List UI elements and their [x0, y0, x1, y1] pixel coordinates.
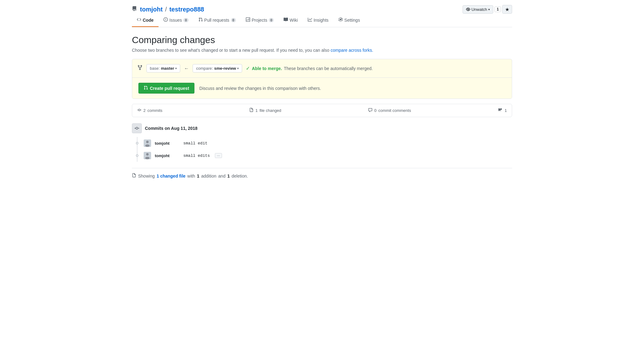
files-with: with	[187, 174, 195, 178]
page-desc-text: Choose two branches to see what's change…	[132, 48, 329, 53]
files-summary-icon	[132, 173, 136, 178]
tab-pr-label: Pull requests	[204, 18, 229, 23]
tab-settings[interactable]: Settings	[333, 14, 365, 27]
settings-icon	[338, 17, 343, 23]
deletion-label: deletion.	[232, 174, 248, 178]
compare-forks-link[interactable]: compare across forks.	[331, 48, 373, 53]
star-button[interactable]: ★	[502, 5, 512, 14]
repo-name[interactable]: testrepo888	[169, 6, 204, 13]
tab-settings-label: Settings	[344, 18, 360, 23]
commits-stat: 2 commits	[137, 108, 163, 113]
repo-title: tomjoht / testrepo888	[132, 6, 204, 13]
compare-branch-caret: ▾	[237, 67, 239, 70]
projects-badge: 0	[269, 18, 274, 22]
projects-icon	[246, 17, 250, 23]
commit-row: tomjoht small edit	[137, 137, 512, 149]
unwatch-label: Unwatch	[472, 7, 487, 12]
files-stat: 1 file changed	[249, 108, 281, 113]
commits-count: 2	[143, 108, 146, 113]
contributors-count: 1	[505, 108, 507, 113]
compare-branch-name: sme-review	[214, 66, 236, 71]
commit-author[interactable]: tomjoht	[155, 141, 180, 146]
tabs-nav: Code Issues 0 Pull requests 0 Projects 0	[132, 14, 512, 27]
commits-icon	[137, 108, 141, 113]
issues-icon	[163, 17, 168, 23]
compare-branches-icon	[137, 65, 143, 72]
merge-able-text: Able to merge.	[252, 66, 282, 71]
watch-count: 1	[494, 7, 501, 12]
create-pr-description: Discuss and review the changes in this c…	[199, 86, 321, 91]
repo-header: tomjoht / testrepo888 Unwatch ▾ 1 ★	[132, 0, 512, 14]
contributors-stat: 1	[498, 108, 507, 113]
issues-badge: 0	[183, 18, 188, 22]
pr-badge: 0	[231, 18, 236, 22]
comments-label: commit comments	[378, 108, 411, 113]
tab-code[interactable]: Code	[132, 14, 159, 27]
tab-issues[interactable]: Issues 0	[159, 14, 194, 27]
commit-message: small edits	[183, 153, 210, 158]
commit-expand-button[interactable]: ···	[215, 153, 222, 158]
comments-stat: 0 commit comments	[368, 108, 411, 113]
commit-message: small edit	[183, 141, 207, 146]
commit-avatar	[144, 152, 151, 159]
additions-count: 1	[197, 174, 199, 178]
unwatch-caret: ▾	[488, 8, 490, 11]
base-branch-caret: ▾	[175, 67, 177, 70]
commit-avatar	[144, 139, 151, 147]
merge-check-icon: ✓	[246, 65, 250, 71]
tab-wiki[interactable]: Wiki	[279, 14, 302, 27]
compare-label: compare:	[196, 66, 213, 71]
commit-dot	[136, 142, 138, 144]
svg-point-2	[145, 144, 150, 147]
compare-section: base: master ▾ ← compare: sme-review ▾ ✓…	[132, 59, 512, 99]
tab-issues-label: Issues	[169, 18, 182, 23]
commit-row: tomjoht small edits ···	[137, 149, 512, 162]
tab-insights-label: Insights	[314, 18, 329, 23]
commit-list: tomjoht small edit tomjoht small edits ·…	[137, 137, 512, 162]
files-icon	[249, 108, 254, 113]
insights-icon	[308, 17, 312, 23]
files-count: 1	[255, 108, 258, 113]
svg-point-1	[146, 141, 149, 143]
comments-icon	[368, 108, 372, 113]
contributors-icon	[498, 108, 503, 113]
files-prefix: Showing	[138, 174, 155, 178]
commits-date-text: Commits on Aug 11, 2018	[145, 126, 198, 131]
tab-projects[interactable]: Projects 0	[241, 14, 279, 27]
files-and: and	[218, 174, 225, 178]
compare-branch-select[interactable]: compare: sme-review ▾	[193, 64, 242, 73]
changed-file-link[interactable]: 1 changed file	[157, 174, 185, 178]
page-title: Comparing changes	[132, 35, 512, 45]
comments-count: 0	[374, 108, 376, 113]
svg-point-4	[146, 153, 149, 156]
create-pr-button[interactable]: Create pull request	[138, 83, 194, 94]
tab-code-label: Code	[143, 18, 154, 23]
commit-author[interactable]: tomjoht	[155, 153, 180, 158]
unwatch-button[interactable]: Unwatch ▾	[463, 5, 494, 14]
tab-projects-label: Projects	[252, 18, 268, 23]
tab-insights[interactable]: Insights	[303, 14, 333, 27]
addition-label: addition	[201, 174, 216, 178]
base-branch-name: master	[161, 66, 174, 71]
repo-owner[interactable]: tomjoht	[140, 6, 163, 13]
base-branch-select[interactable]: base: master ▾	[146, 64, 180, 73]
commits-section: Commits on Aug 11, 2018 tomjoht small ed…	[132, 123, 512, 162]
files-label: file changed	[259, 108, 281, 113]
stats-bar: 2 commits 1 file changed 0 commit commen…	[132, 104, 512, 117]
svg-point-5	[145, 157, 150, 159]
create-pr-icon	[144, 86, 148, 91]
wiki-icon	[284, 17, 288, 23]
compare-controls: base: master ▾ ← compare: sme-review ▾ ✓…	[132, 59, 512, 78]
commits-label: commits	[147, 108, 162, 113]
merge-desc-text: These branches can be automatically merg…	[284, 66, 373, 71]
page-description: Choose two branches to see what's change…	[132, 48, 512, 53]
main-content: Comparing changes Choose two branches to…	[132, 27, 512, 186]
pr-icon	[198, 17, 203, 23]
commit-dot	[136, 154, 138, 157]
commits-date-header: Commits on Aug 11, 2018	[132, 123, 512, 133]
code-icon	[137, 17, 141, 23]
merge-status: ✓ Able to merge. These branches can be a…	[246, 65, 372, 71]
create-pr-section: Create pull request Discuss and review t…	[132, 78, 512, 99]
tab-wiki-label: Wiki	[289, 18, 298, 23]
tab-pull-requests[interactable]: Pull requests 0	[194, 14, 241, 27]
